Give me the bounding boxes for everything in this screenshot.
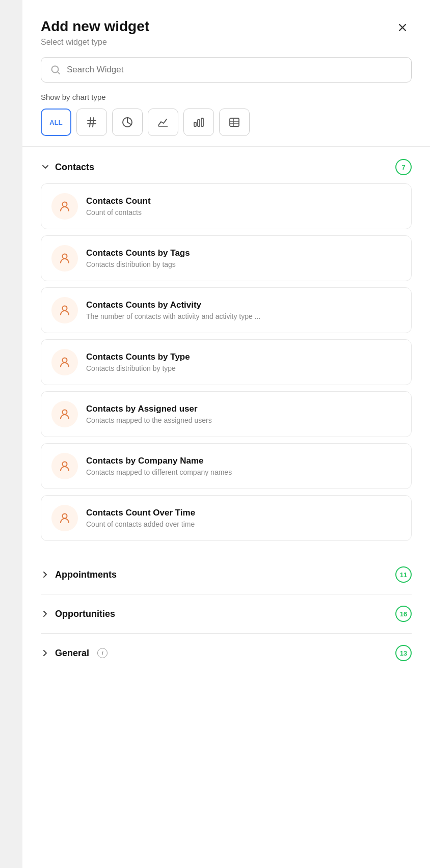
svg-rect-4 (198, 120, 200, 126)
svg-point-16 (63, 514, 67, 519)
section-title-contacts: Contacts (55, 162, 94, 173)
svg-rect-5 (201, 118, 203, 126)
widget-icon-contacts-overtime (51, 505, 78, 531)
person-icon-5 (58, 408, 71, 421)
modal-header: Add new widget Select widget type (22, 0, 430, 57)
close-button[interactable] (393, 18, 412, 37)
widget-name-contacts-company: Contacts by Company Name (86, 456, 232, 466)
chart-type-section: Show by chart type ALL (22, 93, 430, 146)
chevron-down-icon-contacts (41, 162, 50, 172)
widget-name-contacts-type: Contacts Counts by Type (86, 352, 190, 362)
widget-info-contacts-activity: Contacts Counts by Activity The number o… (86, 300, 260, 320)
pie-icon (121, 116, 133, 128)
chart-btn-line[interactable] (148, 108, 178, 136)
widget-desc-contacts-assigned: Contacts mapped to the assigned users (86, 416, 212, 424)
svg-point-10 (63, 202, 67, 207)
section-header-left-opportunities: Opportunities (41, 609, 115, 619)
widget-icon-contacts-count (51, 193, 78, 220)
svg-point-15 (63, 462, 67, 467)
chevron-right-icon-opportunities (41, 609, 50, 618)
section-title-opportunities: Opportunities (55, 609, 115, 619)
widget-card-contacts-assigned[interactable]: Contacts by Assigned user Contacts mappe… (41, 391, 412, 437)
widget-name-contacts-assigned: Contacts by Assigned user (86, 404, 212, 414)
widget-card-contacts-activity[interactable]: Contacts Counts by Activity The number o… (41, 287, 412, 333)
widget-card-contacts-count[interactable]: Contacts Count Count of contacts (41, 183, 412, 229)
widget-name-contacts-tags: Contacts Counts by Tags (86, 248, 190, 258)
section-header-opportunities[interactable]: Opportunities 16 (41, 594, 412, 634)
chart-type-buttons: ALL (41, 108, 412, 136)
widget-info-contacts-company: Contacts by Company Name Contacts mapped… (86, 456, 232, 476)
section-badge-general: 13 (395, 645, 412, 661)
section-title-appointments: Appointments (55, 569, 117, 580)
widget-info-contacts-count: Contacts Count Count of contacts (86, 196, 151, 216)
widget-card-contacts-overtime[interactable]: Contacts Count Over Time Count of contac… (41, 495, 412, 541)
search-area (22, 57, 430, 93)
search-input[interactable] (67, 65, 402, 75)
close-icon (397, 22, 408, 33)
bar-chart-icon (193, 116, 205, 128)
person-icon-2 (58, 252, 71, 265)
section-title-general: General (55, 648, 89, 659)
person-icon (58, 200, 71, 213)
sections-area: Contacts 7 Contacts Count Count of conta… (22, 147, 430, 672)
svg-rect-6 (230, 118, 239, 126)
widget-desc-contacts-count: Count of contacts (86, 208, 151, 216)
info-icon-general: i (97, 648, 108, 658)
widget-card-contacts-company[interactable]: Contacts by Company Name Contacts mapped… (41, 443, 412, 489)
chart-btn-bar[interactable] (183, 108, 214, 136)
section-badge-opportunities: 16 (395, 606, 412, 622)
modal-title: Add new widget (41, 18, 149, 35)
search-input-wrapper (41, 57, 412, 83)
hash-icon (86, 116, 98, 128)
widget-desc-contacts-type: Contacts distribution by type (86, 364, 190, 372)
chart-btn-hash[interactable] (76, 108, 107, 136)
modal-subtitle: Select widget type (41, 38, 149, 47)
widget-name-contacts-count: Contacts Count (86, 196, 151, 206)
widget-desc-contacts-overtime: Count of contacts added over time (86, 520, 195, 528)
section-header-appointments[interactable]: Appointments 11 (41, 555, 412, 594)
widget-icon-contacts-type (51, 349, 78, 375)
section-badge-contacts: 7 (395, 159, 412, 175)
svg-point-13 (63, 358, 67, 363)
add-widget-modal: Add new widget Select widget type Show b… (22, 0, 430, 868)
section-header-left-appointments: Appointments (41, 569, 117, 580)
svg-point-12 (63, 306, 67, 311)
widget-info-contacts-type: Contacts Counts by Type Contacts distrib… (86, 352, 190, 372)
person-icon-4 (58, 356, 71, 369)
section-header-left-contacts: Contacts (41, 162, 94, 173)
svg-point-11 (63, 254, 67, 259)
widget-icon-contacts-assigned (51, 401, 78, 427)
search-icon (50, 65, 61, 75)
widget-list-contacts: Contacts Count Count of contacts Contact… (41, 183, 412, 541)
widget-name-contacts-activity: Contacts Counts by Activity (86, 300, 260, 310)
widget-info-contacts-tags: Contacts Counts by Tags Contacts distrib… (86, 248, 190, 268)
widget-desc-contacts-activity: The number of contacts with activity and… (86, 312, 260, 320)
chevron-right-icon-appointments (41, 570, 50, 579)
chart-type-label: Show by chart type (41, 93, 412, 101)
widget-desc-contacts-company: Contacts mapped to different company nam… (86, 468, 232, 476)
widget-info-contacts-assigned: Contacts by Assigned user Contacts mappe… (86, 404, 212, 424)
widget-icon-contacts-company (51, 453, 78, 479)
widget-icon-contacts-tags (51, 245, 78, 272)
chart-btn-table[interactable] (219, 108, 250, 136)
widget-info-contacts-overtime: Contacts Count Over Time Count of contac… (86, 508, 195, 528)
svg-point-14 (63, 410, 67, 415)
chart-btn-pie[interactable] (112, 108, 143, 136)
modal-title-block: Add new widget Select widget type (41, 18, 149, 47)
chart-btn-all[interactable]: ALL (41, 108, 71, 136)
section-header-contacts[interactable]: Contacts 7 (41, 159, 412, 175)
svg-rect-3 (194, 122, 196, 126)
chart-btn-all-label: ALL (49, 119, 62, 126)
widget-icon-contacts-activity (51, 297, 78, 323)
person-icon-7 (58, 511, 71, 525)
widget-desc-contacts-tags: Contacts distribution by tags (86, 260, 190, 268)
section-badge-appointments: 11 (395, 566, 412, 583)
section-header-general[interactable]: General i 13 (41, 634, 412, 672)
widget-card-contacts-tags[interactable]: Contacts Counts by Tags Contacts distrib… (41, 235, 412, 281)
widget-name-contacts-overtime: Contacts Count Over Time (86, 508, 195, 518)
section-header-left-general: General i (41, 648, 108, 659)
widget-card-contacts-type[interactable]: Contacts Counts by Type Contacts distrib… (41, 339, 412, 385)
person-icon-6 (58, 459, 71, 473)
table-icon (228, 116, 240, 128)
person-icon-3 (58, 304, 71, 317)
